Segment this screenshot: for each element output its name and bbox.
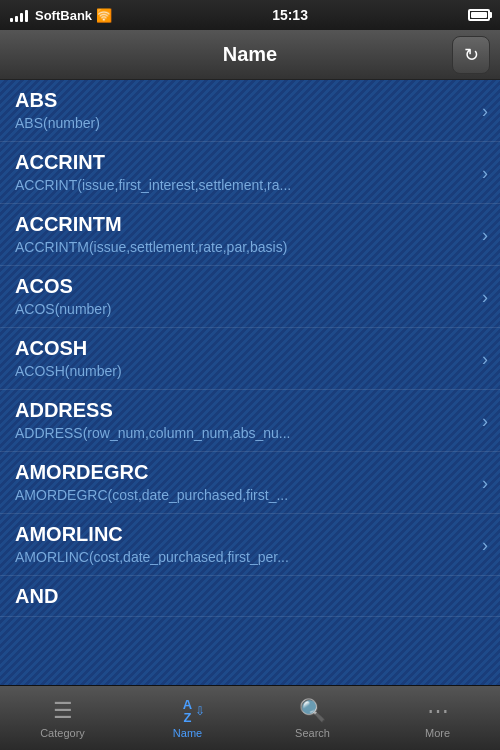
az-icon: A Z ⇩ <box>173 698 203 724</box>
category-icon: ☰ <box>53 698 73 724</box>
nav-bar: Name ↻ <box>0 30 500 80</box>
tab-name[interactable]: A Z ⇩ Name <box>125 686 250 750</box>
bar3 <box>20 13 23 22</box>
chevron-right-icon: › <box>482 100 488 121</box>
list-item[interactable]: AMORLINCAMORLINC(cost,date_purchased,fir… <box>0 514 500 576</box>
chevron-right-icon: › <box>482 162 488 183</box>
chevron-right-icon: › <box>482 348 488 369</box>
list-item[interactable]: ACCRINTMACCRINTM(issue,settlement,rate,p… <box>0 204 500 266</box>
tab-category-label: Category <box>40 727 85 739</box>
nav-title: Name <box>223 43 277 66</box>
chevron-right-icon: › <box>482 224 488 245</box>
tab-bar: ☰ Category A Z ⇩ Name 🔍 Search ⋯ More <box>0 685 500 750</box>
bar2 <box>15 16 18 22</box>
list-item[interactable]: ACCRINTACCRINT(issue,first_interest,sett… <box>0 142 500 204</box>
carrier-name: SoftBank <box>35 8 92 23</box>
status-bar: SoftBank 🛜 15:13 <box>0 0 500 30</box>
function-signature: AMORLINC(cost,date_purchased,first_per..… <box>15 548 460 566</box>
status-left: SoftBank 🛜 <box>10 8 112 23</box>
function-signature: AMORDEGRC(cost,date_purchased,first_... <box>15 486 460 504</box>
function-signature: ACOS(number) <box>15 300 460 318</box>
function-signature: ACCRINT(issue,first_interest,settlement,… <box>15 176 460 194</box>
tab-more-label: More <box>425 727 450 739</box>
chevron-right-icon: › <box>482 410 488 431</box>
list-item[interactable]: ADDRESSADDRESS(row_num,column_num,abs_nu… <box>0 390 500 452</box>
function-name: ACCRINT <box>15 150 460 174</box>
wifi-icon: 🛜 <box>96 8 112 23</box>
list-item[interactable]: ABSABS(number)› <box>0 80 500 142</box>
refresh-button[interactable]: ↻ <box>452 36 490 74</box>
battery-fill <box>471 12 487 18</box>
function-name: AMORDEGRC <box>15 460 460 484</box>
status-time: 15:13 <box>272 7 308 23</box>
list-item[interactable]: ACOSHACOSH(number)› <box>0 328 500 390</box>
function-name: ABS <box>15 88 460 112</box>
status-right <box>468 9 490 21</box>
tab-search[interactable]: 🔍 Search <box>250 686 375 750</box>
list-item[interactable]: AND <box>0 576 500 617</box>
tab-search-label: Search <box>295 727 330 739</box>
signal-bars <box>10 8 28 22</box>
bar1 <box>10 18 13 22</box>
chevron-right-icon: › <box>482 286 488 307</box>
tab-more[interactable]: ⋯ More <box>375 686 500 750</box>
tab-name-label: Name <box>173 727 202 739</box>
list-item[interactable]: ACOSACOS(number)› <box>0 266 500 328</box>
search-icon: 🔍 <box>299 698 326 724</box>
function-signature: ACOSH(number) <box>15 362 460 380</box>
more-icon: ⋯ <box>427 698 449 724</box>
chevron-right-icon: › <box>482 534 488 555</box>
function-name: ACOSH <box>15 336 460 360</box>
function-name: AND <box>15 584 460 608</box>
battery-icon <box>468 9 490 21</box>
function-signature: ADDRESS(row_num,column_num,abs_nu... <box>15 424 460 442</box>
function-list: ABSABS(number)›ACCRINTACCRINT(issue,firs… <box>0 80 500 685</box>
function-name: AMORLINC <box>15 522 460 546</box>
chevron-right-icon: › <box>482 472 488 493</box>
function-name: ADDRESS <box>15 398 460 422</box>
bar4 <box>25 10 28 22</box>
function-signature: ABS(number) <box>15 114 460 132</box>
tab-category[interactable]: ☰ Category <box>0 686 125 750</box>
function-signature: ACCRINTM(issue,settlement,rate,par,basis… <box>15 238 460 256</box>
list-item[interactable]: AMORDEGRCAMORDEGRC(cost,date_purchased,f… <box>0 452 500 514</box>
function-name: ACOS <box>15 274 460 298</box>
function-name: ACCRINTM <box>15 212 460 236</box>
